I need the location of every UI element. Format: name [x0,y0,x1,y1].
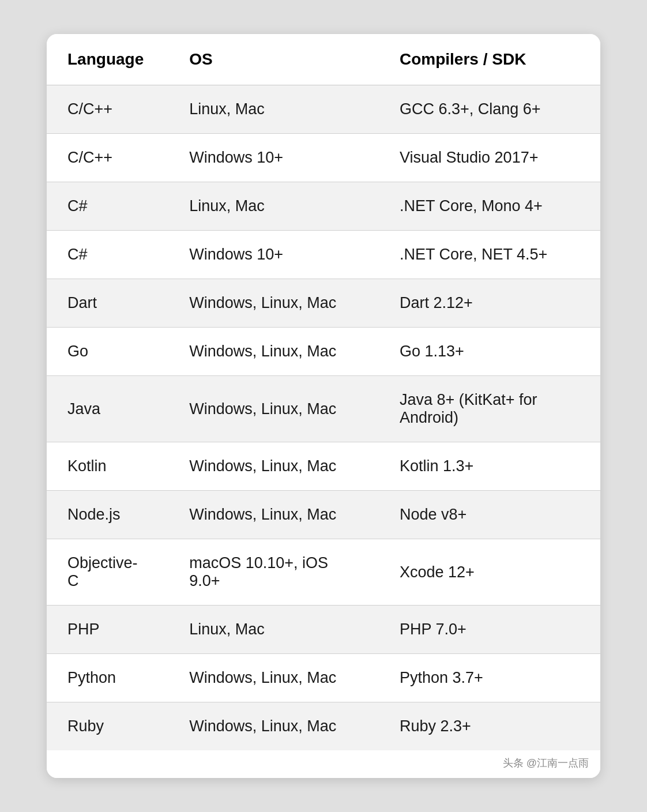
cell-compiler: Visual Studio 2017+ [379,134,600,182]
cell-language: C/C++ [47,134,168,182]
cell-language: C/C++ [47,85,168,134]
cell-compiler: Dart 2.12+ [379,279,600,328]
table-row: JavaWindows, Linux, MacJava 8+ (KitKat+ … [47,376,600,442]
table-row: RubyWindows, Linux, MacRuby 2.3+ [47,702,600,751]
table-row: C#Linux, Mac.NET Core, Mono 4+ [47,182,600,231]
cell-language: Ruby [47,702,168,751]
language-table: Language OS Compilers / SDK C/C++Linux, … [47,34,600,750]
cell-compiler: PHP 7.0+ [379,606,600,654]
cell-compiler: Xcode 12+ [379,539,600,606]
cell-language: Java [47,376,168,442]
cell-language: PHP [47,606,168,654]
cell-compiler: Ruby 2.3+ [379,702,600,751]
cell-language: Objective-C [47,539,168,606]
table-row: PHPLinux, MacPHP 7.0+ [47,606,600,654]
cell-language: C# [47,182,168,231]
cell-compiler: Java 8+ (KitKat+ for Android) [379,376,600,442]
header-os: OS [168,34,379,85]
cell-os: Windows 10+ [168,231,379,279]
cell-language: Kotlin [47,442,168,491]
table-row: Node.jsWindows, Linux, MacNode v8+ [47,491,600,539]
cell-os: Windows, Linux, Mac [168,442,379,491]
header-compiler: Compilers / SDK [379,34,600,85]
table-row: KotlinWindows, Linux, MacKotlin 1.3+ [47,442,600,491]
table-row: GoWindows, Linux, MacGo 1.13+ [47,328,600,376]
cell-os: Windows, Linux, Mac [168,491,379,539]
cell-language: Dart [47,279,168,328]
cell-os: Windows, Linux, Mac [168,328,379,376]
cell-compiler: Go 1.13+ [379,328,600,376]
cell-compiler: Python 3.7+ [379,654,600,702]
cell-os: Windows, Linux, Mac [168,654,379,702]
cell-os: Windows, Linux, Mac [168,279,379,328]
cell-language: Python [47,654,168,702]
cell-compiler: .NET Core, Mono 4+ [379,182,600,231]
table-row: C/C++Windows 10+Visual Studio 2017+ [47,134,600,182]
table-row: DartWindows, Linux, MacDart 2.12+ [47,279,600,328]
table-row: Objective-CmacOS 10.10+, iOS 9.0+Xcode 1… [47,539,600,606]
cell-os: Linux, Mac [168,85,379,134]
cell-os: Windows, Linux, Mac [168,376,379,442]
cell-os: Windows 10+ [168,134,379,182]
cell-language: Go [47,328,168,376]
cell-compiler: Kotlin 1.3+ [379,442,600,491]
cell-os: Linux, Mac [168,606,379,654]
header-language: Language [47,34,168,85]
cell-language: C# [47,231,168,279]
cell-compiler: .NET Core, NET 4.5+ [379,231,600,279]
cell-os: macOS 10.10+, iOS 9.0+ [168,539,379,606]
table-row: C#Windows 10+.NET Core, NET 4.5+ [47,231,600,279]
cell-os: Linux, Mac [168,182,379,231]
table-row: C/C++Linux, MacGCC 6.3+, Clang 6+ [47,85,600,134]
table-header-row: Language OS Compilers / SDK [47,34,600,85]
cell-compiler: Node v8+ [379,491,600,539]
table-row: PythonWindows, Linux, MacPython 3.7+ [47,654,600,702]
cell-compiler: GCC 6.3+, Clang 6+ [379,85,600,134]
card: Language OS Compilers / SDK C/C++Linux, … [47,34,600,778]
watermark: 头条 @江南一点雨 [47,750,600,778]
cell-os: Windows, Linux, Mac [168,702,379,751]
cell-language: Node.js [47,491,168,539]
